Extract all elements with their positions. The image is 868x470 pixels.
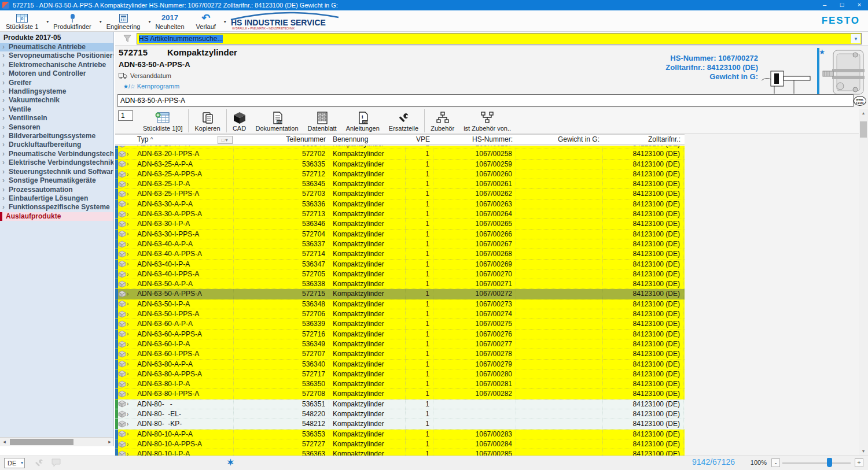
close-button[interactable]: × <box>851 0 868 10</box>
sidebar-item[interactable]: Bildverarbeitungssysteme <box>0 132 113 140</box>
bom-add-button[interactable]: Stückliste 1[0] <box>138 108 187 134</box>
table-row[interactable]: › ADN-63-30-I-PPS-A 572704 Kompaktzylind… <box>115 230 685 239</box>
sidebar-horizontal-scrollbar[interactable]: ◂ ▸ <box>0 437 114 446</box>
table-row[interactable]: › ADN-63-40-A-P-A 536337 Kompaktzylinder… <box>115 239 685 249</box>
bom-menu-button[interactable]: 0 Stückliste 1 ▾ <box>0 10 47 31</box>
sidebar-item[interactable]: Ventile <box>0 105 113 114</box>
scrollbar-thumb[interactable] <box>10 439 73 445</box>
scroll-left-icon[interactable]: ◂ <box>0 438 9 446</box>
row-expand-icon[interactable]: › <box>127 330 128 339</box>
article-code-input[interactable] <box>117 94 854 107</box>
table-row[interactable]: › ADN-80-10-A-PPS-A 572727 Kompaktzylind… <box>115 439 685 449</box>
row-expand-icon[interactable]: › <box>127 319 128 328</box>
row-expand-icon[interactable]: › <box>127 199 128 209</box>
table-row[interactable]: › ADN-63-50-A-PPS-A 572715 Kompaktzylind… <box>115 289 685 299</box>
table-row[interactable]: › ADN-63-25-I-PPS-A 572703 Kompaktzylind… <box>115 189 685 199</box>
table-row[interactable]: › ADN-63-25-A-PPS-A 572712 Kompaktzylind… <box>115 169 685 179</box>
table-row[interactable]: › ADN-63-60-A-P-A 536339 Kompaktzylinder… <box>115 319 685 329</box>
table-row[interactable]: › ADN-63-80-I-P-A 536350 Kompaktzylinder… <box>115 379 685 389</box>
sidebar-item[interactable]: Einbaufertige Lösungen <box>0 194 113 203</box>
sidebar-item[interactable]: Motoren und Controller <box>0 69 113 78</box>
row-expand-icon[interactable]: › <box>127 360 128 369</box>
table-row[interactable]: › ADN-63-80-A-P-A 536340 Kompaktzylinder… <box>115 360 685 369</box>
copy-button[interactable]: Kopieren <box>190 108 225 134</box>
table-row[interactable]: › ADN-63-30-A-P-A 536336 Kompaktzylinder… <box>115 199 685 209</box>
sidebar-item[interactable]: Elektromechanische Antriebe <box>0 61 113 69</box>
chevron-down-icon[interactable]: ▾ <box>224 19 226 24</box>
table-row[interactable]: › ADN-63-60-I-PPS-A 572707 Kompaktzylind… <box>115 349 685 359</box>
ship-date-row[interactable]: Versanddatum <box>119 72 171 79</box>
zoom-slider-handle[interactable] <box>827 458 832 467</box>
row-expand-icon[interactable]: › <box>127 269 128 279</box>
sidebar-item[interactable]: Prozessautomation <box>0 186 113 194</box>
table-row[interactable]: › ADN-80-10-I-P-A 536363 Kompaktzylinder… <box>115 449 685 456</box>
sidebar-item[interactable]: Auslaufprodukte <box>0 212 113 221</box>
sidebar-item[interactable]: Elektrische Verbindungstechnik <box>0 158 113 167</box>
sidebar-item[interactable]: Ventilinseln <box>0 114 113 123</box>
sidebar-item[interactable]: Handlingsysteme <box>0 87 113 96</box>
cad-button[interactable]: CAD <box>228 108 251 134</box>
row-expand-icon[interactable]: › <box>127 209 128 219</box>
row-expand-icon[interactable]: › <box>127 289 128 298</box>
sidebar-item[interactable]: Steuerungstechnik und Software <box>0 168 113 176</box>
row-expand-icon[interactable]: › <box>127 389 128 398</box>
table-row[interactable]: › ADN-63-30-A-PPS-A 572713 Kompaktzylind… <box>115 209 685 219</box>
column-filter-icon[interactable]: □▼ <box>218 136 233 144</box>
table-row[interactable]: › ADN-63-40-A-PPS-A 572714 Kompaktzylind… <box>115 249 685 259</box>
scroll-right-icon[interactable]: ▸ <box>105 438 114 446</box>
table-row[interactable]: › ADN-80- -EL- 548220 Kompaktzylinder 1 … <box>115 409 685 419</box>
table-row[interactable]: › ADN-80- - 536351 Kompaktzylinder 1 841… <box>115 399 685 409</box>
header-typ[interactable]: Typ ^ □▼ <box>134 135 234 145</box>
datasheet-button[interactable]: Datenblatt <box>303 108 341 134</box>
scrollbar-thumb[interactable] <box>860 121 867 138</box>
accessories-button[interactable]: Zubehör <box>426 108 459 134</box>
row-expand-icon[interactable]: › <box>127 179 128 188</box>
row-expand-icon[interactable]: › <box>127 239 128 249</box>
row-expand-icon[interactable]: › <box>127 189 128 198</box>
row-expand-icon[interactable]: › <box>127 160 128 169</box>
header-zolltarifnr[interactable]: Zolltarifnr.: <box>603 135 684 145</box>
sidebar-item[interactable]: Servopneumatische Positioniersys <box>0 51 113 60</box>
article-search-combobox[interactable]: HS Artikelnummernsuche... ▾ <box>137 33 862 45</box>
table-row[interactable]: › ADN-63-50-A-P-A 536338 Kompaktzylinder… <box>115 279 685 289</box>
table-row[interactable]: › ADN-63-50-I-PPS-A 572706 Kompaktzylind… <box>115 309 685 319</box>
documentation-button[interactable]: PDF Dokumentation <box>251 108 303 134</box>
row-expand-icon[interactable]: › <box>127 439 128 449</box>
table-row[interactable]: › ADN-80-10-A-P-A 536353 Kompaktzylinder… <box>115 430 685 439</box>
chevron-down-icon[interactable]: ▾ <box>851 34 860 43</box>
table-row[interactable]: › ADN-63-30-I-P-A 536346 Kompaktzylinder… <box>115 219 685 229</box>
row-expand-icon[interactable]: › <box>127 230 128 239</box>
header-hs-nummer[interactable]: HS-Nummer: <box>433 135 516 145</box>
table-row[interactable]: › ADN-63-80-A-PPS-A 572717 Kompaktzylind… <box>115 369 685 379</box>
maximize-button[interactable]: □ <box>833 0 851 10</box>
productfinder-menu-button[interactable]: Produktfinder ▾ <box>47 10 100 31</box>
is-accessory-of-button[interactable]: ist Zubehör von.. <box>459 108 516 134</box>
minimize-button[interactable]: – <box>816 0 833 10</box>
row-expand-icon[interactable]: › <box>127 349 128 358</box>
core-program-link[interactable]: ★/☆ Kernprogramm <box>123 83 179 90</box>
row-expand-icon[interactable]: › <box>127 309 128 319</box>
sidebar-item[interactable]: Greifer <box>0 79 113 87</box>
row-expand-icon[interactable]: › <box>127 430 128 439</box>
scroll-up-icon[interactable]: ▴ <box>859 109 868 117</box>
row-expand-icon[interactable]: › <box>127 369 128 379</box>
language-select[interactable]: DE ▾ <box>4 458 25 468</box>
row-expand-icon[interactable]: › <box>127 146 128 149</box>
row-expand-icon[interactable]: › <box>127 279 128 288</box>
row-expand-icon[interactable]: › <box>127 149 128 158</box>
table-vertical-scrollbar[interactable]: ▴ ▾ <box>859 109 868 456</box>
header-teilenummer[interactable]: Teilenummer <box>234 135 329 145</box>
zoom-out-button[interactable]: - <box>771 458 780 467</box>
row-expand-icon[interactable]: › <box>127 399 128 409</box>
row-expand-icon[interactable]: › <box>127 260 128 269</box>
row-expand-icon[interactable]: › <box>127 449 128 456</box>
sidebar-item[interactable]: Sonstige Pneumatikgeräte <box>0 176 113 185</box>
comment-bubble-icon[interactable] <box>51 458 61 467</box>
table-row[interactable]: › ADN-63-80-I-PPS-A 572708 Kompaktzylind… <box>115 389 685 399</box>
table-row[interactable]: › ADN-63-40-I-PPS-A 572705 Kompaktzylind… <box>115 269 685 279</box>
zoom-in-button[interactable]: + <box>855 458 863 467</box>
table-row[interactable]: › ADN-63-25-A-P-A 536335 Kompaktzylinder… <box>115 160 685 169</box>
header-vpe[interactable]: VPE <box>406 135 433 145</box>
row-expand-icon[interactable]: › <box>127 299 128 309</box>
header-benennung[interactable]: Benennung <box>329 135 406 145</box>
